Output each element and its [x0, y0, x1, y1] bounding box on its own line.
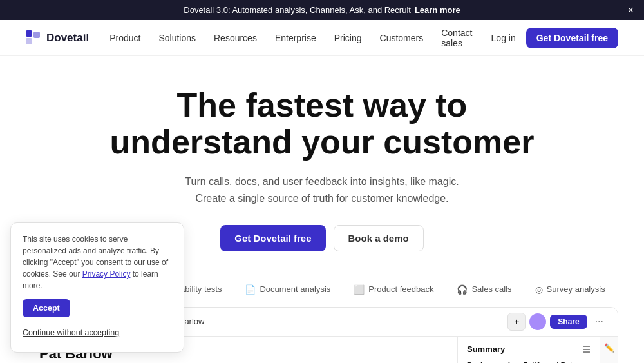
- privacy-policy-link[interactable]: Privacy Policy: [82, 270, 131, 279]
- tab-sales-calls[interactable]: 🎧 Sales calls: [448, 280, 520, 299]
- tab-icon-product: ⬜: [354, 284, 365, 295]
- summary-item-title: Background on Zotify and Pat Barlow's ex…: [467, 361, 577, 363]
- toolbar-actions: ＋ Share ···: [507, 313, 607, 331]
- tab-label-survey: Survey analysis: [547, 284, 605, 294]
- hero-heading-line1: The fastest way to: [177, 86, 468, 124]
- nav-actions: Log in Get Dovetail free: [491, 28, 618, 48]
- summary-item-header: Background on Zotify and Pat Barlow's ex…: [467, 361, 591, 363]
- announcement-close-button[interactable]: ×: [628, 5, 634, 15]
- hero-cta-button[interactable]: Get Dovetail free: [220, 225, 325, 251]
- more-options-button[interactable]: ···: [591, 315, 607, 329]
- tab-survey-analysis[interactable]: ◎ Survey analysis: [526, 280, 614, 299]
- logo[interactable]: Dovetail: [26, 30, 89, 46]
- svg-rect-0: [26, 30, 32, 37]
- tab-icon-survey: ◎: [535, 284, 543, 295]
- tab-label-document: Document analysis: [260, 284, 330, 294]
- summary-sidebar: ✏️ ≡ 🏷 💬: [600, 337, 618, 363]
- nav-cta-button[interactable]: Get Dovetail free: [526, 28, 618, 48]
- tab-icon-sales: 🎧: [457, 284, 468, 295]
- tab-label-sales: Sales calls: [471, 284, 511, 294]
- cookie-banner: This site uses cookies to serve personal…: [10, 222, 184, 353]
- hero-subtitle: Turn calls, docs, and user feedback into…: [174, 173, 470, 206]
- cookie-accept-button[interactable]: Accept: [23, 299, 70, 317]
- announcement-link[interactable]: Learn more: [415, 5, 460, 15]
- hero-heading: The fastest way to understand your custo…: [97, 87, 547, 161]
- user-avatar-button[interactable]: [529, 313, 546, 330]
- hero-demo-button[interactable]: Book a demo: [334, 225, 424, 251]
- nav-contact-sales[interactable]: Contact sales: [441, 28, 491, 48]
- announcement-text: Dovetail 3.0: Automated analysis, Channe…: [184, 5, 411, 15]
- logo-icon: [26, 30, 41, 46]
- summary-item: Background on Zotify and Pat Barlow's ex…: [467, 361, 591, 363]
- logo-text: Dovetail: [46, 32, 89, 44]
- nav-customers[interactable]: Customers: [380, 33, 424, 43]
- cookie-decline-button[interactable]: Continue without accepting: [23, 324, 119, 342]
- cookie-text: This site uses cookies to serve personal…: [23, 233, 172, 291]
- nav-product[interactable]: Product: [109, 33, 140, 43]
- nav-pricing[interactable]: Pricing: [334, 33, 362, 43]
- cookie-buttons: Accept Continue without accepting: [23, 299, 172, 342]
- add-icon-button[interactable]: ＋: [507, 313, 526, 331]
- navbar: Dovetail Product Solutions Resources Ent…: [0, 20, 644, 56]
- svg-rect-2: [26, 38, 32, 44]
- sidebar-icon-1[interactable]: ✏️: [604, 343, 614, 353]
- nav-enterprise[interactable]: Enterprise: [275, 33, 316, 43]
- nav-resources[interactable]: Resources: [214, 33, 257, 43]
- tab-label-product: Product feedback: [368, 284, 433, 294]
- summary-title-text: Summary: [467, 344, 505, 354]
- summary-list-icon: ☰: [582, 344, 591, 355]
- login-button[interactable]: Log in: [491, 33, 516, 43]
- tab-product-feedback[interactable]: ⬜ Product feedback: [345, 280, 442, 299]
- tab-document-analysis[interactable]: 📄 Document analysis: [236, 280, 339, 299]
- nav-solutions[interactable]: Solutions: [158, 33, 196, 43]
- summary-title: Summary ☰: [467, 344, 591, 355]
- svg-rect-1: [33, 32, 40, 38]
- summary-panel: Summary ☰ Background on Zotify and Pat B…: [458, 337, 600, 363]
- announcement-bar: Dovetail 3.0: Automated analysis, Channe…: [0, 0, 644, 20]
- hero-subtitle-line2: Create a single source of truth for cust…: [195, 193, 448, 204]
- share-button[interactable]: Share: [550, 315, 587, 329]
- hero-heading-line2: understand your customer: [110, 123, 535, 161]
- hero-subtitle-line1: Turn calls, docs, and user feedback into…: [185, 176, 459, 187]
- nav-links: Product Solutions Resources Enterprise P…: [109, 28, 491, 48]
- tab-icon-document: 📄: [245, 284, 256, 295]
